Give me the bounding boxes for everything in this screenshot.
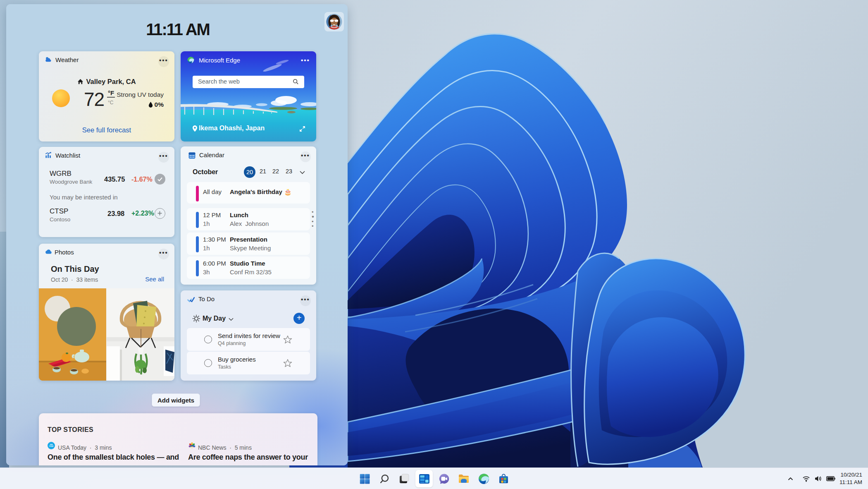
svg-text:TODAY: TODAY [49,446,54,447]
